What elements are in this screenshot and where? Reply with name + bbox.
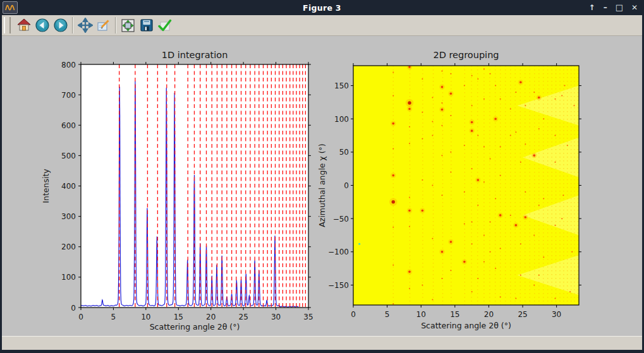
svg-text:−150: −150 (328, 281, 349, 290)
svg-text:Scattering angle 2θ (°): Scattering angle 2θ (°) (150, 322, 240, 332)
home-button[interactable] (15, 17, 32, 34)
svg-text:10: 10 (141, 313, 150, 321)
pan-icon (78, 18, 93, 33)
svg-text:5: 5 (111, 313, 116, 321)
svg-text:0: 0 (78, 313, 83, 321)
svg-text:Intensity: Intensity (41, 169, 51, 203)
svg-text:0: 0 (344, 181, 349, 190)
forward-button[interactable] (52, 17, 69, 34)
zoom-button[interactable] (95, 17, 112, 34)
svg-text:20: 20 (484, 310, 494, 319)
svg-text:35: 35 (303, 313, 313, 321)
figure-canvas: 0510152025303501002003004005006007008001… (2, 36, 642, 336)
svg-text:−50: −50 (333, 215, 349, 224)
svg-text:300: 300 (61, 212, 76, 221)
svg-text:50: 50 (339, 148, 349, 157)
svg-text:Azimuthal angle χ (°): Azimuthal angle χ (°) (317, 143, 327, 227)
figure-window: Figure 3 ↑ – □ ✕ (0, 0, 644, 353)
svg-text:15: 15 (174, 313, 183, 321)
save-icon (139, 18, 154, 33)
back-button[interactable] (33, 17, 51, 34)
chart-1d-integration[interactable]: 0510152025303501002003004005006007008001… (35, 47, 325, 335)
svg-text:25: 25 (518, 310, 527, 319)
toolbar-separator (72, 17, 73, 33)
svg-text:200: 200 (61, 242, 76, 251)
home-icon (16, 18, 32, 33)
svg-text:600: 600 (61, 121, 76, 130)
toolbar (2, 15, 642, 36)
chart-2d-regrouping[interactable]: 051015202530−150−100−500501001502D regro… (316, 47, 613, 335)
window-title: Figure 3 (0, 3, 644, 13)
svg-text:−100: −100 (328, 248, 349, 256)
svg-text:10: 10 (416, 310, 426, 319)
check-icon (157, 18, 173, 33)
svg-text:800: 800 (61, 61, 76, 69)
minimize-button[interactable]: – (604, 0, 607, 15)
svg-text:0: 0 (71, 304, 76, 313)
svg-text:0: 0 (351, 310, 356, 319)
svg-text:100: 100 (334, 115, 349, 124)
toolbar-grip[interactable] (4, 17, 11, 33)
svg-text:150: 150 (334, 81, 349, 90)
apply-button[interactable] (156, 17, 173, 34)
svg-text:30: 30 (271, 313, 281, 321)
svg-text:1D integration: 1D integration (162, 50, 228, 60)
toolbar-separator (115, 17, 116, 33)
statusbar (2, 336, 642, 350)
shade-button[interactable]: ↑ (589, 0, 595, 15)
svg-text:20: 20 (206, 313, 216, 321)
svg-text:15: 15 (450, 310, 459, 319)
svg-text:5: 5 (385, 310, 390, 319)
svg-text:Scattering angle 2θ (°): Scattering angle 2θ (°) (421, 321, 511, 330)
svg-text:700: 700 (61, 91, 76, 100)
svg-text:2D regrouping: 2D regrouping (433, 50, 499, 60)
subplots-button[interactable] (119, 17, 137, 34)
pan-button[interactable] (76, 17, 94, 34)
svg-text:25: 25 (239, 313, 248, 321)
svg-text:500: 500 (61, 152, 76, 160)
svg-text:400: 400 (61, 182, 76, 191)
save-button[interactable] (138, 17, 155, 34)
close-button[interactable]: ✕ (631, 0, 638, 15)
forward-icon (53, 18, 68, 33)
window-controls: ↑ – □ ✕ (589, 0, 638, 15)
maximize-button[interactable]: □ (616, 0, 623, 15)
titlebar[interactable]: Figure 3 ↑ – □ ✕ (0, 0, 644, 15)
subplots-icon (120, 18, 136, 33)
zoom-rect-icon (96, 18, 111, 33)
back-icon (35, 18, 50, 33)
svg-text:30: 30 (552, 310, 561, 319)
svg-text:100: 100 (61, 273, 76, 282)
